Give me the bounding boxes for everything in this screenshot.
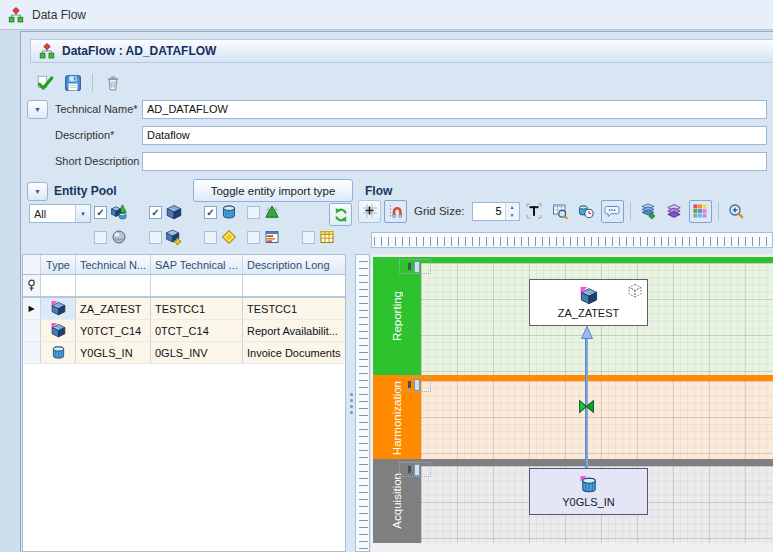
grid-size-label: Grid Size: bbox=[414, 205, 465, 217]
table-row[interactable]: ▶ ZA_ZATEST TESTCC1 TESTCC1 bbox=[23, 298, 345, 320]
entity-filter-dropdown[interactable]: All ▼ bbox=[29, 204, 91, 223]
node-label: Y0GLS_IN bbox=[562, 496, 615, 508]
band-label: Harmonization bbox=[391, 381, 403, 459]
band-colors-button[interactable] bbox=[689, 200, 712, 223]
row-technical-name: Y0GLS_IN bbox=[76, 342, 151, 363]
table-filter-row[interactable] bbox=[23, 275, 345, 298]
save-button[interactable] bbox=[61, 72, 84, 95]
history-icon bbox=[578, 203, 594, 219]
virtual-provider-checkbox[interactable] bbox=[302, 231, 315, 244]
comments-toggle-button[interactable] bbox=[601, 200, 624, 223]
band-harmonization: Harmonization bbox=[373, 375, 773, 459]
refresh-button[interactable] bbox=[329, 203, 352, 226]
header-technical-name[interactable]: Technical N... bbox=[76, 255, 151, 274]
entity-pool-table: Type Technical N... SAP Technical ... De… bbox=[22, 254, 346, 552]
transformation-icon[interactable] bbox=[577, 398, 596, 415]
short-description-field[interactable] bbox=[142, 152, 767, 171]
entity-pool-collapse-button[interactable]: ▼ bbox=[27, 182, 48, 201]
infocube-checkbox[interactable]: ✓ bbox=[149, 206, 162, 219]
spinner-down-icon[interactable]: ▼ bbox=[506, 211, 519, 220]
filter-virtual-provider bbox=[302, 229, 335, 245]
node-za-zatest[interactable]: ZA_ZATEST bbox=[529, 279, 648, 326]
save-icon bbox=[64, 74, 82, 92]
band-label: Reporting bbox=[391, 291, 403, 341]
layers-icon bbox=[666, 203, 682, 219]
form-collapse-button[interactable]: ▼ bbox=[27, 100, 48, 119]
row-description-long: Invoice Documents bbox=[243, 342, 345, 363]
add-layer-icon bbox=[640, 203, 656, 219]
open-hub-checkbox[interactable] bbox=[149, 231, 162, 244]
band-resize-handle[interactable] bbox=[399, 377, 431, 392]
header-type[interactable]: Type bbox=[41, 255, 76, 274]
band-label: Acquisition bbox=[391, 473, 403, 529]
panel-title: DataFlow : AD_DATAFLOW bbox=[62, 44, 216, 58]
vertical-ruler bbox=[355, 254, 370, 552]
header-sap-technical-name[interactable]: SAP Technical ... bbox=[151, 255, 243, 274]
layers-button[interactable] bbox=[663, 200, 686, 223]
technical-name-label: Technical Name* bbox=[54, 103, 142, 115]
chevron-down-icon[interactable]: ▼ bbox=[75, 205, 90, 222]
dataflow-panel: DataFlow : AD_DATAFLOW ▼ Technical Name*… bbox=[20, 31, 773, 552]
table-row[interactable]: Y0TCT_C14 0TCT_C14 Report Availabilit... bbox=[23, 320, 345, 342]
grid-size-input[interactable] bbox=[473, 203, 505, 220]
flow-title: Flow bbox=[365, 184, 392, 198]
panel-header: DataFlow : AD_DATAFLOW bbox=[30, 39, 773, 63]
dso-checkbox[interactable]: ✓ bbox=[204, 206, 217, 219]
validate-button[interactable] bbox=[33, 72, 56, 95]
add-layer-button[interactable] bbox=[637, 200, 660, 223]
main-toolbar bbox=[33, 70, 124, 96]
band-label-strip: Reporting bbox=[373, 257, 421, 375]
grid-size-spinner: ▲ ▼ bbox=[472, 202, 520, 221]
refresh-icon bbox=[333, 207, 349, 223]
text-tool-button[interactable] bbox=[523, 200, 546, 223]
band-body[interactable] bbox=[421, 381, 773, 459]
table-header-row: Type Technical N... SAP Technical ... De… bbox=[23, 255, 345, 275]
filter-technical-name-cell[interactable] bbox=[76, 275, 151, 296]
datasource-checkbox[interactable] bbox=[247, 231, 260, 244]
edge-arrowhead-icon bbox=[579, 326, 595, 340]
infoset-checkbox[interactable] bbox=[94, 231, 107, 244]
node-y0gls-in[interactable]: Y0GLS_IN bbox=[529, 468, 648, 515]
zoom-in-button[interactable] bbox=[725, 200, 748, 223]
find-table-icon bbox=[552, 203, 568, 219]
window-titlebar: Data Flow bbox=[0, 0, 773, 30]
snap-to-grid-button[interactable] bbox=[384, 200, 407, 223]
dataflow-icon bbox=[39, 43, 55, 59]
band-top-bar bbox=[373, 459, 773, 466]
description-field[interactable] bbox=[142, 126, 767, 145]
filter-datasource bbox=[247, 229, 280, 245]
filter-infoobject bbox=[204, 229, 237, 245]
delete-button[interactable] bbox=[101, 72, 124, 95]
infocube-icon bbox=[51, 301, 66, 316]
infocube-icon bbox=[166, 204, 182, 220]
band-resize-handle[interactable] bbox=[399, 462, 431, 477]
aggregation-level-checkbox[interactable] bbox=[247, 206, 260, 219]
filter-sap-technical-cell[interactable] bbox=[151, 275, 243, 296]
technical-name-field[interactable] bbox=[142, 100, 767, 119]
filter-description-cell[interactable] bbox=[243, 275, 345, 296]
filter-open-hub bbox=[149, 229, 182, 245]
toggle-entity-import-type-button[interactable]: Toggle entity import type bbox=[193, 179, 353, 202]
filter-type-cell[interactable] bbox=[41, 275, 76, 296]
zoom-in-icon bbox=[728, 203, 744, 219]
table-row[interactable]: Y0GLS_IN 0GLS_INV Invoice Documents bbox=[23, 342, 345, 364]
dso-icon bbox=[580, 476, 598, 494]
multiprovider-icon bbox=[111, 204, 127, 220]
flow-canvas[interactable]: Reporting Harmonization Acquisition bbox=[371, 254, 773, 552]
validate-icon bbox=[36, 74, 54, 92]
vertical-splitter[interactable] bbox=[347, 254, 355, 552]
find-in-flow-button[interactable] bbox=[549, 200, 572, 223]
multiprovider-checkbox[interactable]: ✓ bbox=[94, 206, 107, 219]
grid-toggle-button[interactable] bbox=[358, 200, 381, 223]
filter-pin-icon bbox=[24, 278, 39, 293]
history-button[interactable] bbox=[575, 200, 598, 223]
toolbar-separator bbox=[92, 74, 93, 92]
infoobject-checkbox[interactable] bbox=[204, 231, 217, 244]
comment-bubble-icon bbox=[604, 203, 620, 219]
filter-aggregation-level bbox=[247, 204, 280, 220]
band-resize-handle[interactable] bbox=[399, 259, 431, 274]
dso-icon bbox=[51, 345, 66, 360]
spinner-up-icon[interactable]: ▲ bbox=[506, 203, 519, 212]
virtual-provider-icon bbox=[319, 229, 335, 245]
header-description-long[interactable]: Description Long bbox=[243, 255, 345, 274]
